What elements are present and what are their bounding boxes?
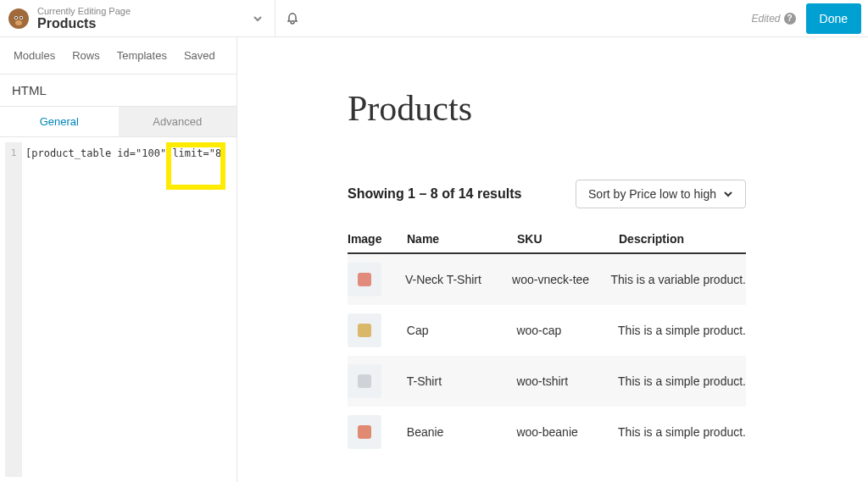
tab-modules[interactable]: Modules xyxy=(7,46,62,65)
product-desc: This is a simple product. xyxy=(618,324,746,337)
tab-saved[interactable]: Saved xyxy=(177,46,222,65)
tab-advanced[interactable]: Advanced xyxy=(119,107,237,136)
col-image: Image xyxy=(348,232,407,246)
sidebar-top-tabs: Modules Rows Templates Saved xyxy=(0,37,236,75)
table-row[interactable]: T-Shirtwoo-tshirtThis is a simple produc… xyxy=(348,356,746,407)
bell-icon xyxy=(286,12,299,25)
product-desc: This is a variable product. xyxy=(610,273,746,286)
chevron-down-icon xyxy=(253,14,263,24)
done-button[interactable]: Done xyxy=(806,3,861,34)
editing-label: Currently Editing Page xyxy=(37,6,241,16)
notifications-button[interactable] xyxy=(275,0,309,37)
tab-general[interactable]: General xyxy=(0,107,119,136)
product-sku: woo-tshirt xyxy=(516,374,618,388)
svg-rect-9 xyxy=(358,425,371,439)
table-header: Image Name SKU Description xyxy=(348,225,746,254)
svg-point-5 xyxy=(15,20,22,25)
sort-label: Sort by Price low to high xyxy=(588,187,716,201)
preview-content: Products Showing 1 – 8 of 14 results Sor… xyxy=(237,37,868,482)
col-sku: SKU xyxy=(517,232,619,246)
col-desc: Description xyxy=(619,232,746,246)
product-name: T-Shirt xyxy=(407,374,517,388)
product-thumb-icon xyxy=(348,364,381,398)
product-thumb-icon xyxy=(348,263,381,296)
title-dropdown-toggle[interactable] xyxy=(241,14,275,24)
help-icon[interactable]: ? xyxy=(784,13,796,25)
results-count: Showing 1 – 8 of 14 results xyxy=(348,186,521,202)
svg-rect-6 xyxy=(358,273,371,286)
svg-rect-8 xyxy=(358,374,371,388)
svg-point-0 xyxy=(8,8,29,29)
table-row[interactable]: Beaniewoo-beanieThis is a simple product… xyxy=(348,407,746,457)
tab-rows[interactable]: Rows xyxy=(65,46,107,65)
table-row[interactable]: V-Neck T-Shirtwoo-vneck-teeThis is a var… xyxy=(348,254,746,305)
product-sku: woo-vneck-tee xyxy=(512,273,610,286)
topbar: Currently Editing Page Products Edited ?… xyxy=(0,0,868,37)
col-name: Name xyxy=(407,232,517,246)
product-thumb-icon xyxy=(348,313,381,347)
product-sku: woo-cap xyxy=(516,324,618,337)
code-gutter: 1 xyxy=(5,142,22,477)
product-name: Cap xyxy=(407,324,517,337)
product-name: Beanie xyxy=(407,425,517,439)
page-title-block: Currently Editing Page Products xyxy=(37,6,241,31)
product-name: V-Neck T-Shirt xyxy=(405,273,512,286)
edited-label: Edited xyxy=(752,13,781,25)
beaver-logo-icon xyxy=(7,7,31,30)
svg-point-3 xyxy=(15,17,17,19)
sidebar-setting-tabs: General Advanced xyxy=(0,107,236,137)
sort-dropdown[interactable]: Sort by Price low to high xyxy=(576,180,746,208)
tab-templates[interactable]: Templates xyxy=(110,46,174,65)
svg-rect-7 xyxy=(358,324,371,337)
panel-title: HTML xyxy=(0,75,236,107)
content-title: Products xyxy=(348,88,868,129)
svg-point-4 xyxy=(20,17,22,19)
chevron-down-icon xyxy=(723,189,733,199)
table-row[interactable]: Capwoo-capThis is a simple product. xyxy=(348,305,746,356)
html-code-editor[interactable]: 1 [product_table id="100" limit="8 xyxy=(5,142,231,477)
product-desc: This is a simple product. xyxy=(618,425,746,439)
sidebar: Modules Rows Templates Saved HTML Genera… xyxy=(0,37,237,482)
product-sku: woo-beanie xyxy=(516,425,618,439)
product-desc: This is a simple product. xyxy=(618,374,746,388)
page-title: Products xyxy=(37,16,241,31)
code-content[interactable]: [product_table id="100" limit="8 xyxy=(22,142,231,477)
product-table: Image Name SKU Description V-Neck T-Shir… xyxy=(348,225,746,457)
product-thumb-icon xyxy=(348,415,381,449)
